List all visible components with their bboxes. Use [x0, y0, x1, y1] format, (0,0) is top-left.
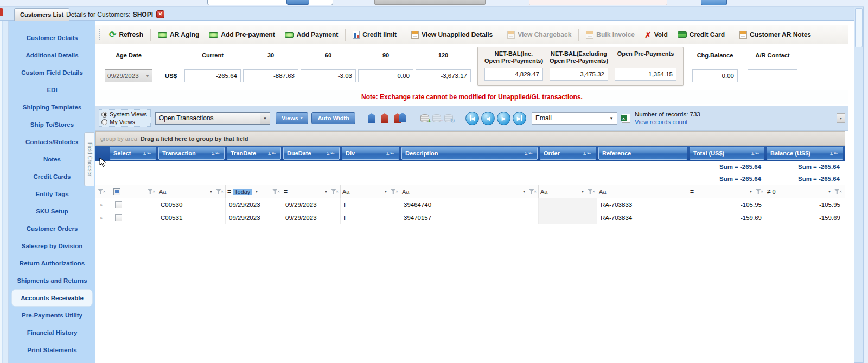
- top-input2-partial[interactable]: [529, 0, 667, 5]
- add-pre-payment-button[interactable]: Add Pre-payment: [205, 28, 278, 42]
- blue-tag-icon[interactable]: [368, 113, 375, 123]
- filter-trandate-cell[interactable]: = Today ▼ ×: [226, 185, 282, 198]
- bulk-invoice-button[interactable]: Bulk Invoice: [582, 28, 639, 42]
- multi-tag-icon[interactable]: [394, 113, 408, 124]
- clear-filter-icon[interactable]: ×: [216, 189, 224, 194]
- chevron-down-icon[interactable]: ▼: [209, 190, 213, 193]
- age-date-select[interactable]: 09/29/2023 ▼: [105, 69, 152, 82]
- group-by-area[interactable]: group by area Drag a field here to group…: [95, 131, 845, 146]
- auto-width-button[interactable]: Auto Width: [311, 112, 355, 124]
- sidebar-item-pre-payments-utility[interactable]: Pre-Payments Utility: [9, 307, 95, 324]
- filter-total-cell[interactable]: = ▼ ×: [688, 185, 765, 198]
- sidebar-item-financial-history[interactable]: Financial History: [9, 324, 95, 341]
- sidebar-item-accounts-receivable[interactable]: Accounts Receivable: [11, 289, 93, 307]
- table-row[interactable]: ▸ C00531 09/29/2023 09/29/2023 F 3947015…: [95, 211, 845, 224]
- column-header-description[interactable]: Description Σ⇤: [401, 147, 538, 160]
- column-header-div[interactable]: Div Σ⇤: [342, 147, 399, 160]
- sidebar-item-print-statements[interactable]: Print Statements: [9, 341, 95, 359]
- equals-filter-icon[interactable]: =: [690, 188, 694, 196]
- pin-icon[interactable]: ⇤: [834, 151, 839, 156]
- sidebar-item-salesrep-by-division[interactable]: Salesrep by Division: [9, 237, 95, 255]
- row-checkbox[interactable]: [115, 201, 122, 208]
- vertical-scrollbar[interactable]: [854, 7, 864, 363]
- field-chooser-tab[interactable]: Field Chooser: [84, 132, 94, 186]
- column-header-duedate[interactable]: DueDate Σ⇤: [283, 147, 340, 160]
- first-record-button[interactable]: ◀: [465, 112, 479, 125]
- pin-icon[interactable]: ⇤: [330, 151, 336, 156]
- chevron-down-icon[interactable]: ▼: [522, 190, 526, 193]
- filter-reference-cell[interactable]: Aa: [597, 185, 688, 198]
- column-header-trandate[interactable]: TranDate Σ⇤: [227, 147, 281, 160]
- pin-icon[interactable]: ⇤: [755, 151, 761, 156]
- table-row[interactable]: ▸ C00530 09/29/2023 09/29/2023 F 3946474…: [95, 198, 845, 211]
- views-button[interactable]: Views ▾: [276, 112, 309, 124]
- sidebar-item-custom-field-details[interactable]: Custom Field Details: [9, 64, 95, 81]
- sidebar-item-customer-orders[interactable]: Customer Orders: [9, 220, 95, 237]
- view-select[interactable]: Open Transactions ▼: [155, 112, 270, 125]
- top-input-partial[interactable]: [207, 0, 333, 5]
- sidebar-item-entity-tags[interactable]: Entity Tags: [9, 185, 95, 203]
- sidebar-item-customer-details[interactable]: Customer Details: [9, 29, 95, 47]
- sidebar-item-contacts-rolodex[interactable]: Contacts/Rolodex: [9, 133, 95, 151]
- chevron-down-icon[interactable]: ▼: [254, 190, 258, 193]
- refresh-button[interactable]: ⟳ Refresh: [105, 28, 147, 42]
- chevron-down-icon[interactable]: ▼: [324, 190, 328, 193]
- text-filter-icon[interactable]: Aa: [159, 189, 166, 195]
- pin-icon[interactable]: ⇤: [528, 151, 534, 156]
- text-filter-icon[interactable]: Aa: [402, 189, 409, 195]
- refresh-record-icon[interactable]: ↻: [444, 114, 453, 122]
- view-chargeback-button[interactable]: View Chargeback: [503, 28, 575, 42]
- trandate-filter-value[interactable]: Today: [233, 189, 252, 195]
- pin-icon[interactable]: ⇤: [272, 151, 277, 156]
- close-tab-icon[interactable]: ✕: [156, 10, 164, 18]
- next-record-button[interactable]: ▶: [497, 112, 510, 125]
- sidebar-item-shipments-and-returns[interactable]: Shipments and Returns: [9, 272, 95, 289]
- credit-limit-button[interactable]: Credit limit: [349, 28, 400, 42]
- filter-duedate-cell[interactable]: = ▼ ×: [282, 185, 341, 198]
- chevron-down-icon[interactable]: ▼: [580, 190, 584, 193]
- column-header-select[interactable]: Select Σ⇤: [110, 147, 156, 160]
- ar-aging-button[interactable]: AR Aging: [154, 28, 203, 42]
- equals-filter-icon[interactable]: =: [284, 188, 288, 196]
- chevron-down-icon[interactable]: ▼: [827, 190, 831, 193]
- sidebar-item-sku-setup[interactable]: SKU Setup: [9, 203, 95, 220]
- clear-filter-icon[interactable]: ×: [756, 189, 763, 194]
- column-header-balance[interactable]: Balance (US$) Σ⇤: [767, 147, 843, 160]
- filter-transaction-cell[interactable]: Aa ▼ ×: [157, 185, 226, 198]
- not-equal-filter-icon[interactable]: ≠: [767, 188, 771, 196]
- my-views-radio[interactable]: My Views: [101, 119, 147, 125]
- filter-description-cell[interactable]: Aa ▼ ×: [400, 185, 539, 198]
- column-header-transaction[interactable]: Transaction Σ⇤: [158, 147, 225, 160]
- toolbar-drag-handle[interactable]: [99, 29, 101, 40]
- sidebar-item-notes[interactable]: Notes: [9, 151, 95, 168]
- clear-filter-icon[interactable]: ×: [391, 189, 398, 194]
- add-record-icon[interactable]: +: [420, 114, 429, 122]
- filter-order-cell[interactable]: Aa ▼ ×: [539, 185, 597, 198]
- view-records-count-link[interactable]: View records count: [635, 118, 700, 126]
- sidebar-item-shipping-templates[interactable]: Shipping Templates: [9, 99, 95, 116]
- filter-balance-cell[interactable]: ≠ 0 ▼ ×: [765, 185, 844, 198]
- clear-filter-icon[interactable]: ×: [529, 189, 537, 194]
- view-unapplied-details-button[interactable]: View Unapplied Details: [407, 28, 496, 42]
- clear-filter-icon[interactable]: ×: [588, 189, 595, 194]
- system-views-radio[interactable]: System Views: [101, 111, 147, 118]
- toolbar-overflow-button[interactable]: ▼: [837, 113, 845, 123]
- clear-filter-icon[interactable]: ×: [98, 189, 106, 194]
- sidebar-item-edi[interactable]: EDI: [9, 81, 95, 99]
- chevron-down-icon[interactable]: ▼: [749, 190, 752, 193]
- clear-filter-icon[interactable]: ×: [331, 189, 339, 194]
- customer-ar-notes-button[interactable]: Customer AR Notes: [736, 28, 815, 42]
- clear-filter-icon[interactable]: ×: [834, 189, 842, 194]
- row-checkbox[interactable]: [115, 214, 122, 221]
- add-payment-button[interactable]: Add Payment: [281, 28, 342, 42]
- balance-filter-value[interactable]: 0: [773, 189, 776, 195]
- column-header-total[interactable]: Total (US$) Σ⇤: [690, 147, 764, 160]
- select-all-checkbox[interactable]: [113, 188, 120, 195]
- sidebar-item-return-authorizations[interactable]: Return Authorizations: [9, 255, 95, 272]
- clear-filter-icon[interactable]: ×: [148, 189, 155, 194]
- void-button[interactable]: ✗ Void: [641, 28, 672, 42]
- pin-icon[interactable]: ⇤: [587, 151, 592, 156]
- top-button-partial[interactable]: [286, 0, 309, 5]
- filter-div-cell[interactable]: Aa ▼ ×: [341, 185, 400, 198]
- last-record-button[interactable]: ▶: [513, 112, 526, 125]
